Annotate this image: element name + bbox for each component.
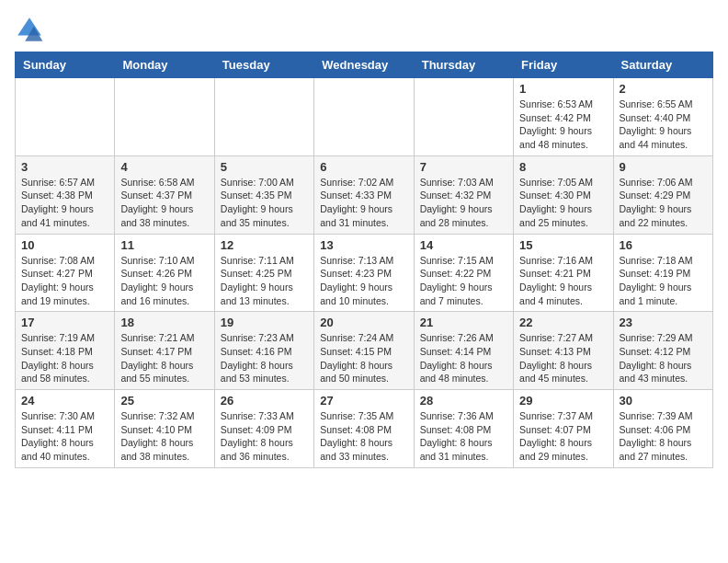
day-info: Sunrise: 7:00 AM Sunset: 4:35 PM Dayligh… <box>221 176 308 230</box>
calendar-week-row: 10Sunrise: 7:08 AM Sunset: 4:27 PM Dayli… <box>16 234 713 312</box>
day-number: 9 <box>620 160 707 174</box>
day-number: 21 <box>420 316 507 329</box>
day-number: 25 <box>120 394 208 408</box>
day-number: 18 <box>120 316 208 329</box>
day-number: 19 <box>221 316 308 329</box>
day-info: Sunrise: 7:10 AM Sunset: 4:26 PM Dayligh… <box>120 254 208 308</box>
page-header <box>15 15 713 44</box>
calendar-cell <box>115 78 214 156</box>
calendar-cell: 10Sunrise: 7:08 AM Sunset: 4:27 PM Dayli… <box>16 234 115 312</box>
day-info: Sunrise: 7:29 AM Sunset: 4:12 PM Dayligh… <box>620 331 707 385</box>
day-number: 11 <box>120 238 208 252</box>
day-number: 10 <box>21 238 108 252</box>
day-info: Sunrise: 7:24 AM Sunset: 4:15 PM Dayligh… <box>320 331 407 385</box>
weekday-header: Friday <box>514 52 613 78</box>
day-number: 16 <box>620 238 707 252</box>
day-number: 27 <box>320 394 407 408</box>
calendar-cell: 14Sunrise: 7:15 AM Sunset: 4:22 PM Dayli… <box>414 234 513 312</box>
weekday-row: SundayMondayTuesdayWednesdayThursdayFrid… <box>16 52 713 78</box>
day-number: 30 <box>620 394 707 408</box>
svg-marker-0 <box>17 17 41 35</box>
day-number: 20 <box>320 316 407 329</box>
day-info: Sunrise: 7:11 AM Sunset: 4:25 PM Dayligh… <box>221 254 308 308</box>
day-info: Sunrise: 7:21 AM Sunset: 4:17 PM Dayligh… <box>120 331 208 385</box>
calendar-cell: 23Sunrise: 7:29 AM Sunset: 4:12 PM Dayli… <box>613 312 712 390</box>
day-info: Sunrise: 7:35 AM Sunset: 4:08 PM Dayligh… <box>320 409 407 464</box>
calendar-table: SundayMondayTuesdayWednesdayThursdayFrid… <box>15 52 713 468</box>
calendar-cell: 25Sunrise: 7:32 AM Sunset: 4:10 PM Dayli… <box>115 390 214 468</box>
day-number: 15 <box>519 238 607 252</box>
calendar-cell: 20Sunrise: 7:24 AM Sunset: 4:15 PM Dayli… <box>314 312 414 390</box>
day-number: 1 <box>519 82 607 96</box>
day-info: Sunrise: 7:05 AM Sunset: 4:30 PM Dayligh… <box>519 176 607 230</box>
day-number: 28 <box>420 394 507 408</box>
calendar-header: SundayMondayTuesdayWednesdayThursdayFrid… <box>16 52 713 78</box>
day-info: Sunrise: 7:18 AM Sunset: 4:19 PM Dayligh… <box>620 254 707 308</box>
weekday-header: Thursday <box>414 52 513 78</box>
day-number: 17 <box>21 316 108 329</box>
day-number: 23 <box>620 316 707 329</box>
weekday-header: Saturday <box>613 52 712 78</box>
calendar-cell: 2Sunrise: 6:55 AM Sunset: 4:40 PM Daylig… <box>613 78 712 156</box>
calendar-cell: 16Sunrise: 7:18 AM Sunset: 4:19 PM Dayli… <box>613 234 712 312</box>
calendar-cell <box>214 78 313 156</box>
day-info: Sunrise: 7:30 AM Sunset: 4:11 PM Dayligh… <box>21 409 108 464</box>
day-info: Sunrise: 6:53 AM Sunset: 4:42 PM Dayligh… <box>519 98 607 152</box>
day-info: Sunrise: 7:15 AM Sunset: 4:22 PM Dayligh… <box>420 254 507 308</box>
weekday-header: Tuesday <box>214 52 313 78</box>
day-number: 29 <box>519 394 607 408</box>
weekday-header: Sunday <box>16 52 115 78</box>
calendar-cell: 27Sunrise: 7:35 AM Sunset: 4:08 PM Dayli… <box>314 390 414 468</box>
calendar-cell: 18Sunrise: 7:21 AM Sunset: 4:17 PM Dayli… <box>115 312 214 390</box>
calendar-cell: 5Sunrise: 7:00 AM Sunset: 4:35 PM Daylig… <box>214 155 313 234</box>
calendar-body: 1Sunrise: 6:53 AM Sunset: 4:42 PM Daylig… <box>16 78 713 468</box>
day-info: Sunrise: 7:03 AM Sunset: 4:32 PM Dayligh… <box>420 176 507 230</box>
calendar-cell: 6Sunrise: 7:02 AM Sunset: 4:33 PM Daylig… <box>314 155 414 234</box>
day-info: Sunrise: 7:36 AM Sunset: 4:08 PM Dayligh… <box>420 409 507 464</box>
calendar-cell: 13Sunrise: 7:13 AM Sunset: 4:23 PM Dayli… <box>314 234 414 312</box>
calendar-cell: 3Sunrise: 6:57 AM Sunset: 4:38 PM Daylig… <box>16 155 115 234</box>
day-number: 13 <box>320 238 407 252</box>
day-number: 2 <box>620 82 707 96</box>
day-number: 4 <box>120 160 208 174</box>
calendar-cell: 19Sunrise: 7:23 AM Sunset: 4:16 PM Dayli… <box>214 312 313 390</box>
day-info: Sunrise: 7:06 AM Sunset: 4:29 PM Dayligh… <box>620 176 707 230</box>
calendar-cell <box>16 78 115 156</box>
calendar-cell: 21Sunrise: 7:26 AM Sunset: 4:14 PM Dayli… <box>414 312 513 390</box>
calendar-week-row: 1Sunrise: 6:53 AM Sunset: 4:42 PM Daylig… <box>16 78 713 156</box>
day-info: Sunrise: 7:27 AM Sunset: 4:13 PM Dayligh… <box>519 331 607 385</box>
calendar-cell: 12Sunrise: 7:11 AM Sunset: 4:25 PM Dayli… <box>214 234 313 312</box>
calendar-week-row: 3Sunrise: 6:57 AM Sunset: 4:38 PM Daylig… <box>16 155 713 234</box>
day-info: Sunrise: 6:55 AM Sunset: 4:40 PM Dayligh… <box>620 98 707 152</box>
calendar-cell: 17Sunrise: 7:19 AM Sunset: 4:18 PM Dayli… <box>16 312 115 390</box>
day-number: 3 <box>21 160 108 174</box>
calendar-cell: 30Sunrise: 7:39 AM Sunset: 4:06 PM Dayli… <box>613 390 712 468</box>
logo-icon <box>15 15 44 44</box>
day-info: Sunrise: 7:13 AM Sunset: 4:23 PM Dayligh… <box>320 254 407 308</box>
calendar-cell <box>314 78 414 156</box>
calendar-week-row: 24Sunrise: 7:30 AM Sunset: 4:11 PM Dayli… <box>16 390 713 468</box>
calendar-cell: 28Sunrise: 7:36 AM Sunset: 4:08 PM Dayli… <box>414 390 513 468</box>
weekday-header: Monday <box>115 52 214 78</box>
day-number: 12 <box>221 238 308 252</box>
day-info: Sunrise: 7:19 AM Sunset: 4:18 PM Dayligh… <box>21 331 108 385</box>
calendar-cell: 15Sunrise: 7:16 AM Sunset: 4:21 PM Dayli… <box>514 234 613 312</box>
calendar-cell: 8Sunrise: 7:05 AM Sunset: 4:30 PM Daylig… <box>514 155 613 234</box>
logo <box>15 15 48 44</box>
calendar-cell: 9Sunrise: 7:06 AM Sunset: 4:29 PM Daylig… <box>613 155 712 234</box>
day-number: 22 <box>519 316 607 329</box>
day-info: Sunrise: 7:39 AM Sunset: 4:06 PM Dayligh… <box>620 409 707 464</box>
day-number: 6 <box>320 160 407 174</box>
day-number: 7 <box>420 160 507 174</box>
day-info: Sunrise: 7:08 AM Sunset: 4:27 PM Dayligh… <box>21 254 108 308</box>
calendar-cell <box>414 78 513 156</box>
calendar-cell: 1Sunrise: 6:53 AM Sunset: 4:42 PM Daylig… <box>514 78 613 156</box>
day-info: Sunrise: 7:23 AM Sunset: 4:16 PM Dayligh… <box>221 331 308 385</box>
day-info: Sunrise: 7:32 AM Sunset: 4:10 PM Dayligh… <box>120 409 208 464</box>
day-number: 14 <box>420 238 507 252</box>
calendar-cell: 26Sunrise: 7:33 AM Sunset: 4:09 PM Dayli… <box>214 390 313 468</box>
day-info: Sunrise: 7:37 AM Sunset: 4:07 PM Dayligh… <box>519 409 607 464</box>
day-info: Sunrise: 7:33 AM Sunset: 4:09 PM Dayligh… <box>221 409 308 464</box>
calendar-cell: 22Sunrise: 7:27 AM Sunset: 4:13 PM Dayli… <box>514 312 613 390</box>
day-number: 5 <box>221 160 308 174</box>
